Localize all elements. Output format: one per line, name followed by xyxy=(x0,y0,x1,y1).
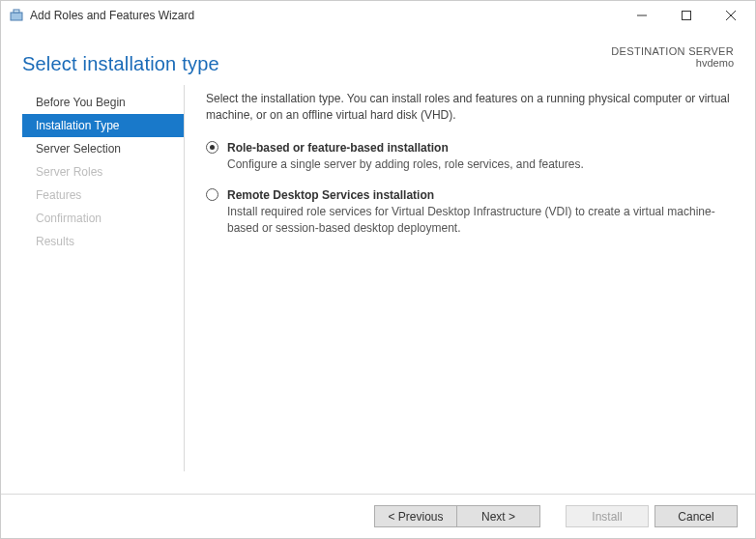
nav-before-you-begin[interactable]: Before You Begin xyxy=(22,91,184,114)
destination-server-value: hvdemo xyxy=(611,57,734,69)
page-title: Select installation type xyxy=(22,53,219,75)
previous-button[interactable]: < Previous xyxy=(374,505,457,527)
nav-server-roles: Server Roles xyxy=(22,160,184,184)
radio-rds-holder[interactable] xyxy=(206,187,227,206)
maximize-button[interactable] xyxy=(664,1,709,30)
nav-confirmation: Confirmation xyxy=(22,207,184,230)
minimize-button[interactable] xyxy=(620,1,664,30)
close-button[interactable] xyxy=(709,1,753,30)
wizard-sidebar: Before You Begin Installation Type Serve… xyxy=(22,85,185,471)
nav-results: Results xyxy=(22,230,184,253)
svg-rect-1 xyxy=(14,10,19,13)
window-controls xyxy=(620,1,753,30)
option-rds[interactable]: Remote Desktop Services installation Ins… xyxy=(206,187,734,238)
svg-rect-3 xyxy=(683,12,691,20)
option-role-based-body: Role-based or feature-based installation… xyxy=(227,140,734,174)
wizard-footer: < Previous Next > Install Cancel xyxy=(1,494,755,538)
wizard-body: Before You Begin Installation Type Serve… xyxy=(1,85,755,471)
install-button: Install xyxy=(566,505,649,527)
window-title: Add Roles and Features Wizard xyxy=(30,9,194,22)
cancel-button[interactable]: Cancel xyxy=(654,505,738,527)
next-button[interactable]: Next > xyxy=(457,505,540,527)
nav-server-selection[interactable]: Server Selection xyxy=(22,137,184,160)
wizard-content: Select the installation type. You can in… xyxy=(185,85,755,471)
option-rds-body: Remote Desktop Services installation Ins… xyxy=(227,187,734,238)
option-role-based-desc: Configure a single server by adding role… xyxy=(227,156,734,173)
destination-server-block: DESTINATION SERVER hvdemo xyxy=(611,43,734,69)
svg-rect-0 xyxy=(11,13,22,20)
intro-text: Select the installation type. You can in… xyxy=(206,91,734,125)
radio-role-based-holder[interactable] xyxy=(206,140,227,158)
nav-features: Features xyxy=(22,184,184,207)
radio-rds[interactable] xyxy=(206,188,218,201)
option-role-based[interactable]: Role-based or feature-based installation… xyxy=(206,140,734,174)
option-role-based-title: Role-based or feature-based installation xyxy=(227,140,734,156)
wizard-icon xyxy=(9,8,24,23)
wizard-header: Select installation type DESTINATION SER… xyxy=(1,30,755,85)
nav-installation-type[interactable]: Installation Type xyxy=(22,114,184,137)
option-rds-title: Remote Desktop Services installation xyxy=(227,187,734,204)
option-rds-desc: Install required role services for Virtu… xyxy=(227,204,734,238)
destination-server-label: DESTINATION SERVER xyxy=(611,45,734,57)
titlebar: Add Roles and Features Wizard xyxy=(1,1,755,30)
radio-role-based[interactable] xyxy=(206,141,218,154)
